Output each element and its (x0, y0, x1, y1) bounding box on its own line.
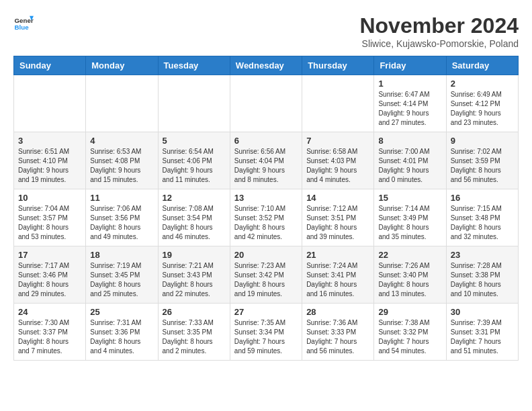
calendar-cell: 12Sunrise: 7:08 AM Sunset: 3:54 PM Dayli… (158, 189, 230, 246)
calendar-cell: 4Sunrise: 6:53 AM Sunset: 4:08 PM Daylig… (86, 132, 158, 189)
day-info: Sunrise: 6:49 AM Sunset: 4:12 PM Dayligh… (451, 90, 514, 128)
calendar-cell: 11Sunrise: 7:06 AM Sunset: 3:56 PM Dayli… (86, 189, 158, 246)
calendar-cell: 23Sunrise: 7:28 AM Sunset: 3:38 PM Dayli… (446, 246, 518, 304)
logo-icon: General Blue (13, 13, 34, 34)
calendar-week-row: 10Sunrise: 7:04 AM Sunset: 3:57 PM Dayli… (14, 189, 519, 246)
day-info: Sunrise: 7:02 AM Sunset: 3:59 PM Dayligh… (451, 147, 514, 185)
day-number: 14 (306, 193, 369, 203)
day-number: 29 (378, 307, 441, 317)
day-info: Sunrise: 7:08 AM Sunset: 3:54 PM Dayligh… (163, 204, 226, 242)
day-info: Sunrise: 7:19 AM Sunset: 3:45 PM Dayligh… (90, 261, 153, 299)
location: Sliwice, Kujawsko-Pomorskie, Poland (359, 38, 519, 49)
calendar-cell: 8Sunrise: 7:00 AM Sunset: 4:01 PM Daylig… (374, 132, 446, 189)
calendar-cell: 20Sunrise: 7:23 AM Sunset: 3:42 PM Dayli… (230, 246, 302, 304)
calendar-header-row: SundayMondayTuesdayWednesdayThursdayFrid… (14, 56, 519, 75)
calendar-cell: 1Sunrise: 6:47 AM Sunset: 4:14 PM Daylig… (374, 75, 446, 132)
weekday-header: Friday (374, 56, 446, 75)
day-number: 24 (18, 307, 81, 317)
calendar-cell (158, 75, 230, 132)
calendar-cell: 22Sunrise: 7:26 AM Sunset: 3:40 PM Dayli… (374, 246, 446, 304)
calendar-week-row: 3Sunrise: 6:51 AM Sunset: 4:10 PM Daylig… (14, 132, 519, 189)
weekday-header: Thursday (302, 56, 374, 75)
calendar-cell: 17Sunrise: 7:17 AM Sunset: 3:46 PM Dayli… (14, 246, 86, 304)
month-title: November 2024 (359, 13, 519, 38)
day-number: 5 (163, 136, 226, 146)
day-number: 28 (306, 307, 369, 317)
day-number: 27 (234, 307, 298, 317)
day-number: 15 (378, 193, 441, 203)
calendar-cell: 16Sunrise: 7:15 AM Sunset: 3:48 PM Dayli… (446, 189, 518, 246)
day-number: 26 (163, 307, 226, 317)
calendar-cell: 6Sunrise: 6:56 AM Sunset: 4:04 PM Daylig… (230, 132, 302, 189)
logo: General Blue (13, 13, 34, 34)
day-number: 3 (18, 136, 81, 146)
calendar-cell: 29Sunrise: 7:38 AM Sunset: 3:32 PM Dayli… (374, 304, 446, 361)
calendar-cell: 27Sunrise: 7:35 AM Sunset: 3:34 PM Dayli… (230, 304, 302, 361)
calendar-cell: 5Sunrise: 6:54 AM Sunset: 4:06 PM Daylig… (158, 132, 230, 189)
day-info: Sunrise: 7:38 AM Sunset: 3:32 PM Dayligh… (378, 318, 441, 356)
day-number: 13 (234, 193, 298, 203)
day-number: 1 (378, 79, 441, 89)
weekday-header: Monday (86, 56, 158, 75)
day-info: Sunrise: 7:33 AM Sunset: 3:35 PM Dayligh… (163, 318, 226, 356)
calendar-cell: 7Sunrise: 6:58 AM Sunset: 4:03 PM Daylig… (302, 132, 374, 189)
page-header: General Blue November 2024 Sliwice, Kuja… (13, 13, 519, 49)
calendar-cell: 25Sunrise: 7:31 AM Sunset: 3:36 PM Dayli… (86, 304, 158, 361)
calendar-week-row: 17Sunrise: 7:17 AM Sunset: 3:46 PM Dayli… (14, 246, 519, 304)
weekday-header: Wednesday (230, 56, 302, 75)
day-info: Sunrise: 7:36 AM Sunset: 3:33 PM Dayligh… (306, 318, 369, 356)
calendar-cell (86, 75, 158, 132)
day-info: Sunrise: 7:21 AM Sunset: 3:43 PM Dayligh… (163, 261, 226, 299)
day-number: 16 (451, 193, 514, 203)
day-number: 2 (451, 79, 514, 89)
calendar-cell: 18Sunrise: 7:19 AM Sunset: 3:45 PM Dayli… (86, 246, 158, 304)
day-info: Sunrise: 7:24 AM Sunset: 3:41 PM Dayligh… (306, 261, 369, 299)
day-info: Sunrise: 7:17 AM Sunset: 3:46 PM Dayligh… (18, 261, 81, 299)
calendar-cell: 19Sunrise: 7:21 AM Sunset: 3:43 PM Dayli… (158, 246, 230, 304)
day-info: Sunrise: 7:30 AM Sunset: 3:37 PM Dayligh… (18, 318, 81, 356)
day-number: 22 (378, 250, 441, 260)
day-number: 25 (90, 307, 153, 317)
day-number: 23 (451, 250, 514, 260)
weekday-header: Sunday (14, 56, 86, 75)
calendar-cell: 26Sunrise: 7:33 AM Sunset: 3:35 PM Dayli… (158, 304, 230, 361)
day-number: 6 (234, 136, 298, 146)
calendar-cell: 30Sunrise: 7:39 AM Sunset: 3:31 PM Dayli… (446, 304, 518, 361)
calendar-cell: 13Sunrise: 7:10 AM Sunset: 3:52 PM Dayli… (230, 189, 302, 246)
calendar-week-row: 24Sunrise: 7:30 AM Sunset: 3:37 PM Dayli… (14, 304, 519, 361)
calendar-cell: 10Sunrise: 7:04 AM Sunset: 3:57 PM Dayli… (14, 189, 86, 246)
day-info: Sunrise: 7:12 AM Sunset: 3:51 PM Dayligh… (306, 204, 369, 242)
day-info: Sunrise: 6:56 AM Sunset: 4:04 PM Dayligh… (234, 147, 298, 185)
day-number: 12 (163, 193, 226, 203)
day-info: Sunrise: 7:35 AM Sunset: 3:34 PM Dayligh… (234, 318, 298, 356)
day-number: 18 (90, 250, 153, 260)
weekday-header: Saturday (446, 56, 518, 75)
day-info: Sunrise: 7:39 AM Sunset: 3:31 PM Dayligh… (451, 318, 514, 356)
calendar-cell: 2Sunrise: 6:49 AM Sunset: 4:12 PM Daylig… (446, 75, 518, 132)
day-info: Sunrise: 7:10 AM Sunset: 3:52 PM Dayligh… (234, 204, 298, 242)
day-info: Sunrise: 7:23 AM Sunset: 3:42 PM Dayligh… (234, 261, 298, 299)
calendar-cell: 3Sunrise: 6:51 AM Sunset: 4:10 PM Daylig… (14, 132, 86, 189)
weekday-header: Tuesday (158, 56, 230, 75)
calendar-cell (230, 75, 302, 132)
calendar-cell: 21Sunrise: 7:24 AM Sunset: 3:41 PM Dayli… (302, 246, 374, 304)
day-info: Sunrise: 6:47 AM Sunset: 4:14 PM Dayligh… (378, 90, 441, 128)
calendar-table: SundayMondayTuesdayWednesdayThursdayFrid… (13, 56, 519, 361)
title-block: November 2024 Sliwice, Kujawsko-Pomorski… (359, 13, 519, 49)
day-number: 30 (451, 307, 514, 317)
calendar-cell: 15Sunrise: 7:14 AM Sunset: 3:49 PM Dayli… (374, 189, 446, 246)
calendar-cell: 28Sunrise: 7:36 AM Sunset: 3:33 PM Dayli… (302, 304, 374, 361)
calendar-cell: 9Sunrise: 7:02 AM Sunset: 3:59 PM Daylig… (446, 132, 518, 189)
day-info: Sunrise: 7:26 AM Sunset: 3:40 PM Dayligh… (378, 261, 441, 299)
calendar-cell (14, 75, 86, 132)
day-number: 9 (451, 136, 514, 146)
day-number: 20 (234, 250, 298, 260)
calendar-cell (302, 75, 374, 132)
day-info: Sunrise: 7:15 AM Sunset: 3:48 PM Dayligh… (451, 204, 514, 242)
calendar-cell: 24Sunrise: 7:30 AM Sunset: 3:37 PM Dayli… (14, 304, 86, 361)
day-number: 19 (163, 250, 226, 260)
calendar-week-row: 1Sunrise: 6:47 AM Sunset: 4:14 PM Daylig… (14, 75, 519, 132)
day-number: 17 (18, 250, 81, 260)
day-info: Sunrise: 6:54 AM Sunset: 4:06 PM Dayligh… (163, 147, 226, 185)
day-info: Sunrise: 6:51 AM Sunset: 4:10 PM Dayligh… (18, 147, 81, 185)
